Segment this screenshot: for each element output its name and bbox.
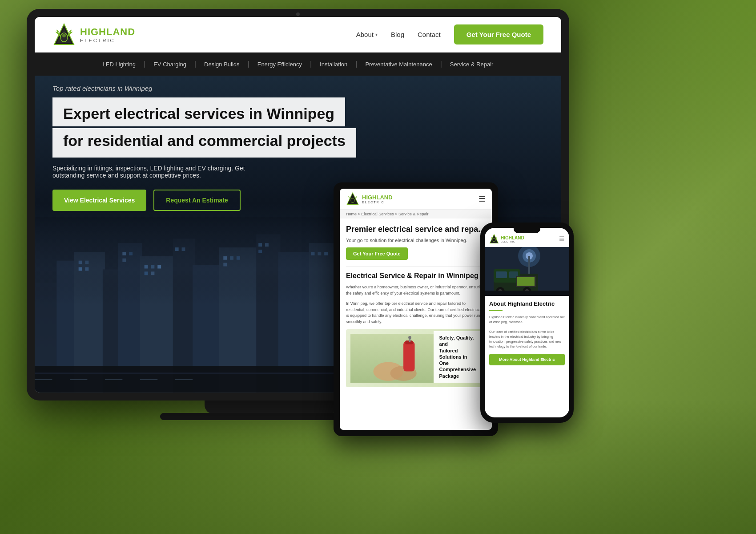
nav-cta-button[interactable]: Get Your Free Quote — [454, 24, 543, 44]
svc-installation[interactable]: Installation — [312, 61, 355, 68]
svg-rect-71 — [405, 340, 413, 344]
svc-preventative-maintenance[interactable]: Preventative Maintenance — [357, 61, 440, 68]
svg-rect-60 — [70, 379, 87, 380]
svc-energy-efficiency[interactable]: Energy Efficiency — [249, 61, 310, 68]
phone-body-text-2: Our team of certified electricians striv… — [489, 329, 565, 349]
phone-section-title: About Highland Electric — [489, 300, 565, 307]
hero-tagline: Top rated electricians in Winnipeg — [52, 85, 543, 92]
svg-rect-70 — [403, 341, 414, 372]
phone-content: About Highland Electric Highland Electri… — [485, 296, 569, 370]
hero-title-line1: Expert electrical services in Winnipeg — [63, 105, 334, 122]
phone-notch — [514, 228, 540, 233]
phone-hamburger-icon[interactable]: ☰ — [559, 235, 565, 243]
hero-subtitle: Specializing in fittings, inspections, L… — [52, 165, 275, 179]
tablet-img-text: Safety, Quality, and Tailored Solutions … — [434, 331, 481, 383]
tablet-sub-heading: Your go-to solution for electrical chall… — [346, 238, 486, 243]
tablet-logo: HIGHLAND ELECTRIC — [346, 192, 393, 206]
chevron-down-icon: ▾ — [375, 32, 378, 37]
tablet-image-svg — [350, 334, 434, 383]
hero-title-line2: for residential and commercial projects — [63, 133, 346, 149]
hero-title-box2: for residential and commercial projects — [52, 128, 356, 157]
phone-hero-svg — [485, 247, 569, 296]
phone-logo-icon — [489, 234, 499, 244]
tablet-breadcrumb: Home > Electrical Services > Service & R… — [340, 210, 492, 218]
logo-icon — [52, 23, 76, 46]
svg-rect-62 — [140, 379, 157, 380]
svc-led-lighting[interactable]: LED Lighting — [95, 61, 144, 68]
svg-rect-63 — [175, 379, 193, 380]
nav-blog[interactable]: Blog — [391, 31, 404, 38]
tablet-content: Premier electrical service and repa... Y… — [340, 218, 492, 393]
tablet-image-placeholder: Safety, Quality, and Tailored Solutions … — [346, 329, 486, 387]
services-bar: LED Lighting | EV Charging | Design Buil… — [35, 53, 561, 76]
site-nav: About ▾ Blog Contact Get Your Free Quote — [356, 24, 543, 44]
svg-point-3 — [62, 34, 66, 37]
phone-screen: HIGHLAND ELECTRIC ☰ — [485, 228, 569, 417]
svg-point-73 — [408, 336, 411, 339]
svg-rect-59 — [35, 379, 52, 380]
tablet-screen: HIGHLAND ELECTRIC ☰ Home > Electrical Se… — [340, 189, 492, 430]
svg-rect-61 — [105, 379, 122, 380]
view-electrical-services-button[interactable]: View Electrical Services — [52, 190, 146, 211]
phone-brand: HIGHLAND — [501, 235, 524, 240]
tablet-cta-button[interactable]: Get Your Free Quote — [346, 247, 408, 260]
tablet-header: HIGHLAND ELECTRIC ☰ — [340, 189, 492, 210]
tablet-body-text-1: Whether you're a homeowner, business own… — [346, 284, 486, 296]
nav-contact[interactable]: Contact — [418, 31, 441, 38]
phone-mockup: HIGHLAND ELECTRIC ☰ — [480, 222, 574, 423]
tablet-mockup: HIGHLAND ELECTRIC ☰ Home > Electrical Se… — [334, 182, 498, 436]
tablet-sub-brand: ELECTRIC — [362, 201, 393, 204]
tablet-divider — [346, 266, 486, 267]
phone-accent-line — [489, 310, 503, 311]
phone-hero-image — [485, 247, 569, 296]
svc-service-repair[interactable]: Service & Repair — [442, 61, 502, 68]
svg-rect-86 — [517, 277, 535, 286]
camera-dot — [296, 12, 300, 16]
tablet-section-title: Electrical Service & Repair in Winnipeg — [346, 272, 486, 280]
phone-cta-button[interactable]: More About Highland Electric — [489, 354, 565, 365]
logo-sub: ELECTRIC — [80, 38, 135, 43]
phone-logo: HIGHLAND ELECTRIC — [489, 234, 524, 244]
logo-text: HIGHLAND ELECTRIC — [80, 26, 135, 43]
hero-title-box1: Expert electrical services in Winnipeg — [52, 97, 345, 126]
tablet-brand: HIGHLAND — [362, 194, 393, 201]
nav-about[interactable]: About ▾ — [356, 31, 378, 38]
phone-body-text-1: Highland Electric is locally owned and o… — [489, 315, 565, 325]
svc-ev-charging[interactable]: EV Charging — [145, 61, 194, 68]
tablet-logo-icon — [346, 192, 359, 206]
svg-rect-83 — [496, 271, 507, 278]
phone-sub-brand: ELECTRIC — [501, 240, 524, 243]
deco-leaf-right — [578, 0, 756, 267]
hamburger-icon[interactable]: ☰ — [479, 194, 486, 204]
svc-design-builds[interactable]: Design Builds — [196, 61, 248, 68]
logo-brand: HIGHLAND — [80, 26, 135, 38]
request-estimate-button[interactable]: Request An Estimate — [153, 190, 241, 211]
tablet-body-text-2: In Winnipeg, we offer top-tier electrica… — [346, 301, 486, 325]
logo-area: HIGHLAND ELECTRIC — [52, 23, 135, 46]
svg-rect-91 — [485, 291, 569, 296]
tablet-heading: Premier electrical service and repa... — [346, 225, 486, 234]
site-header: HIGHLAND ELECTRIC About ▾ Blog Contact G… — [35, 17, 561, 53]
